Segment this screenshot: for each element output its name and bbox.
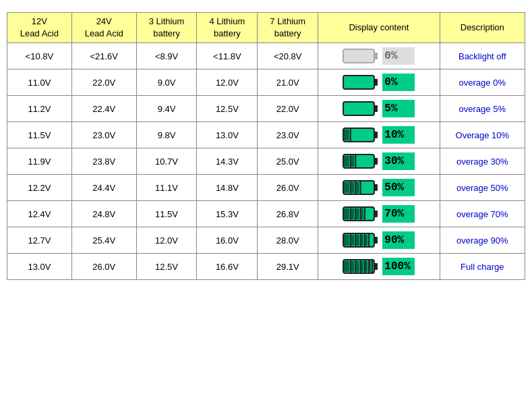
svg-rect-26 xyxy=(351,208,354,219)
description-cell: overage 90% xyxy=(440,227,525,254)
display-cell: 5% xyxy=(324,98,434,119)
svg-rect-19 xyxy=(357,182,359,193)
cell-v3li: 12.0V xyxy=(136,227,197,254)
cell-v4li: 15.3V xyxy=(197,201,258,227)
description-cell: overage 5% xyxy=(440,96,525,122)
svg-rect-0 xyxy=(343,49,374,63)
svg-rect-52 xyxy=(370,261,371,272)
cell-v4li: 14.8V xyxy=(197,175,258,201)
cell-v3li: 11.1V xyxy=(136,175,197,201)
svg-rect-28 xyxy=(361,208,363,219)
cell-v12: 11.9V xyxy=(7,148,72,175)
svg-rect-8 xyxy=(350,128,351,142)
svg-rect-23 xyxy=(374,184,378,191)
description-cell: overage 70% xyxy=(440,201,525,227)
table-row: 11.0V22.0V9.0V12.0V21.0V0%overage 0% xyxy=(7,69,525,96)
table-row: 12.4V24.8V11.5V15.3V26.8V70%overage 70% xyxy=(7,201,525,227)
svg-rect-32 xyxy=(364,207,365,221)
cell-v4li: 16.0V xyxy=(197,227,258,254)
display-content-cell: 100% xyxy=(318,254,440,280)
svg-rect-45 xyxy=(374,237,378,244)
table-row: 12.2V24.4V11.1V14.8V26.0V50%overage 50% xyxy=(7,175,525,201)
cell-v12: <10.8V xyxy=(7,43,72,69)
svg-rect-56 xyxy=(364,260,365,273)
display-cell: 30% xyxy=(324,151,434,171)
percent-display: 10% xyxy=(382,126,415,144)
svg-rect-31 xyxy=(360,207,361,221)
cell-v7li: <20.8V xyxy=(258,43,318,69)
svg-rect-41 xyxy=(355,233,357,247)
display-content-cell: 0% xyxy=(318,69,440,96)
svg-rect-20 xyxy=(350,181,351,194)
cell-v7li: 26.0V xyxy=(258,175,318,201)
svg-rect-40 xyxy=(350,233,351,247)
svg-rect-4 xyxy=(343,102,374,115)
column-header-2: 3 Lithiumbattery xyxy=(136,13,197,43)
svg-rect-35 xyxy=(344,235,349,246)
cell-v24: 22.4V xyxy=(71,96,136,122)
description-cell: overage 50% xyxy=(440,175,525,201)
cell-v4li: 13.0V xyxy=(197,122,258,148)
cell-v4li: <11.8V xyxy=(197,43,258,69)
svg-rect-2 xyxy=(343,76,374,89)
column-header-6: Description xyxy=(440,13,525,43)
cell-v3li: 9.0V xyxy=(136,69,197,96)
cell-v12: 12.4V xyxy=(7,201,72,227)
svg-rect-42 xyxy=(360,233,361,247)
svg-rect-53 xyxy=(350,260,351,273)
svg-rect-15 xyxy=(374,158,378,165)
table-row: 13.0V26.0V12.5V16.6V29.1V100%Full charge xyxy=(7,254,525,280)
svg-rect-18 xyxy=(351,182,354,193)
svg-rect-29 xyxy=(350,207,351,221)
cell-v24: <21.6V xyxy=(71,43,136,69)
cell-v7li: 25.0V xyxy=(258,148,318,175)
svg-rect-17 xyxy=(344,182,349,193)
cell-v7li: 21.0V xyxy=(258,69,318,96)
cell-v24: 24.4V xyxy=(71,175,136,201)
cell-v24: 23.8V xyxy=(71,148,136,175)
svg-rect-43 xyxy=(364,233,365,247)
svg-rect-25 xyxy=(344,208,349,219)
svg-rect-51 xyxy=(365,261,367,272)
cell-v7li: 26.8V xyxy=(258,201,318,227)
display-cell: 50% xyxy=(324,177,434,198)
cell-v7li: 28.0V xyxy=(258,227,318,254)
cell-v12: 11.2V xyxy=(7,96,72,122)
svg-rect-50 xyxy=(361,261,363,272)
display-cell: 90% xyxy=(324,230,434,250)
column-header-5: Display content xyxy=(318,13,440,43)
svg-rect-36 xyxy=(351,235,354,246)
svg-rect-7 xyxy=(344,130,349,140)
svg-rect-59 xyxy=(374,263,378,270)
svg-rect-55 xyxy=(360,260,361,273)
display-cell: 10% xyxy=(324,125,434,145)
cell-v3li: 11.5V xyxy=(136,201,197,227)
svg-rect-22 xyxy=(360,181,361,194)
svg-rect-14 xyxy=(355,154,357,168)
display-content-cell: 50% xyxy=(318,175,440,201)
display-cell: 0% xyxy=(324,46,434,66)
cell-v3li: 9.8V xyxy=(136,122,197,148)
svg-rect-37 xyxy=(357,235,359,246)
display-content-cell: 30% xyxy=(318,148,440,175)
cell-v12: 11.5V xyxy=(7,122,72,148)
table-row: 11.2V22.4V9.4V12.5V22.0V5%overage 5% xyxy=(7,96,525,122)
svg-rect-54 xyxy=(355,260,357,273)
svg-rect-58 xyxy=(372,260,373,273)
display-cell: 0% xyxy=(324,72,434,92)
description-cell: overage 0% xyxy=(440,69,525,96)
cell-v24: 24.8V xyxy=(71,201,136,227)
svg-rect-38 xyxy=(361,235,363,246)
cell-v4li: 12.0V xyxy=(197,69,258,96)
svg-rect-49 xyxy=(357,261,359,272)
percent-display: 70% xyxy=(382,205,415,223)
display-content-cell: 5% xyxy=(318,96,440,122)
cell-v4li: 12.5V xyxy=(197,96,258,122)
svg-rect-39 xyxy=(365,235,367,246)
svg-rect-57 xyxy=(368,260,370,273)
percent-display: 0% xyxy=(382,47,415,65)
percent-display: 50% xyxy=(382,179,415,196)
column-header-0: 12VLead Acid xyxy=(7,13,72,43)
cell-v12: 11.0V xyxy=(7,69,72,96)
cell-v3li: 10.7V xyxy=(136,148,197,175)
